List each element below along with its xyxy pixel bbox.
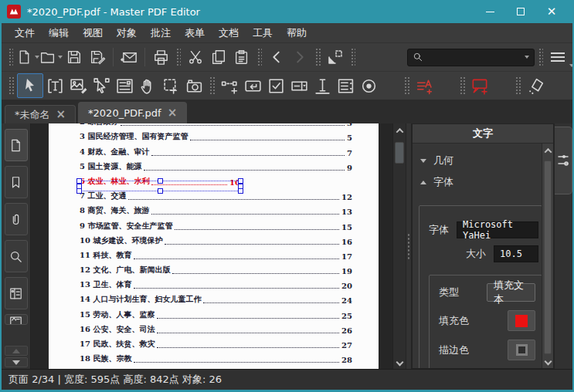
link-tool-button[interactable] [218,74,241,97]
toc-row[interactable]: 4 财政、金融、审计7 [49,144,379,159]
toc-row[interactable]: 3 国民经济管理、国有资产监管5 [49,130,379,144]
back-button[interactable] [265,46,288,69]
toolbar-grip[interactable] [538,47,543,67]
toc-row[interactable]: 14 人口与计划生育、妇女儿童工作24 [49,292,379,307]
toolbar-grip[interactable] [403,76,409,96]
open-file-button[interactable] [39,46,63,69]
snapshot-tool-button[interactable] [182,74,205,97]
document-tab[interactable]: *2020_PDF.pdf× [78,102,187,123]
cut-button[interactable] [184,46,207,69]
menu-item[interactable]: 文档 [212,24,246,42]
list-box-tool-button[interactable] [334,74,357,97]
combo-box-tool-button[interactable] [287,74,311,97]
search-input[interactable] [426,52,519,63]
doc-scroll-up-button[interactable] [393,124,406,137]
push-button-tool-button[interactable] [241,74,264,97]
document-scrollbar[interactable] [392,123,406,369]
panel-scrollbar[interactable] [542,144,553,368]
save-button[interactable] [63,46,86,69]
selection-handle[interactable] [158,188,163,194]
eraser-tool-button[interactable] [524,74,547,97]
toolbar-grip[interactable] [175,47,181,67]
menu-item[interactable]: 文件 [8,24,42,42]
tab-close-icon[interactable]: × [56,109,66,120]
transform-selection-button[interactable] [324,46,347,69]
hand-tool-button[interactable] [136,74,159,97]
section-geometry[interactable]: 几何 [420,153,453,168]
edit-image-tool-button[interactable] [66,74,90,97]
select-region-tool-button[interactable] [159,74,182,97]
close-button[interactable]: ✕ [536,1,567,22]
radio-button-tool-button[interactable] [357,74,380,97]
toolbar-grip[interactable] [314,47,320,67]
toolbar-grip[interactable] [459,76,465,96]
text-field-tool-button[interactable] [311,74,334,97]
pdf-page[interactable]: 2 综合政务33 国民经济管理、国有资产监管54 财政、金融、审计75 国土资源… [49,123,379,369]
toc-row[interactable]: 17 民政、扶贫、救灾27 [49,337,379,352]
menu-item[interactable]: 编辑 [42,24,76,42]
save-as-button[interactable] [86,46,109,69]
doc-scroll-down-button[interactable] [393,356,406,368]
menu-item[interactable]: 工具 [246,24,280,42]
fill-color-button[interactable] [508,310,535,331]
panel-splitter[interactable] [406,123,412,369]
panel-scroll-down-button[interactable] [542,355,553,367]
properties-rail-tab[interactable] [555,127,572,194]
toc-row[interactable]: 13 卫生、体育20 [49,278,379,292]
toc-row[interactable]: 8 商贸、海关、旅游13 [49,204,379,218]
search-panel-button[interactable] [5,240,28,272]
toc-row[interactable]: 5 国土资源、能源9 [49,160,379,174]
pages-panel-button[interactable] [5,129,28,161]
sidebar-scroll-up-button[interactable] [5,346,28,356]
menu-item[interactable]: 批注 [144,24,178,42]
toolbar-grip[interactable] [209,76,215,96]
edit-text-tool-button[interactable] [43,74,66,97]
add-text-annotation-button[interactable] [413,74,436,97]
bookmarks-panel-button[interactable] [5,166,28,198]
email-button[interactable] [117,46,141,69]
main-menu-button[interactable] [546,46,569,69]
checkbox-tool-button[interactable] [264,74,287,97]
tab-close-icon[interactable]: × [168,107,178,119]
paste-button[interactable] [230,46,253,69]
toc-row[interactable]: 9 市场监管、安全生产监管15 [49,218,379,233]
toolbar-grip[interactable] [8,76,14,96]
edit-path-tool-button[interactable] [90,74,113,97]
section-font[interactable]: 字体 [420,174,453,190]
print-button[interactable] [149,46,172,69]
toc-row[interactable]: 2 综合政务3 [49,123,379,130]
document-tab[interactable]: *未命名× [5,105,76,123]
forward-button[interactable] [288,46,311,69]
search-box[interactable] [407,49,535,66]
select-tool-button[interactable] [17,73,43,98]
stroke-color-button[interactable] [508,340,535,360]
toc-row[interactable]: 16 公安、安全、司法26 [49,323,379,337]
doc-scrollbar-thumb[interactable] [395,142,404,164]
toc-row[interactable]: 18 民族、宗教28 [49,352,379,367]
toc-row[interactable]: 12 文化、广电、新闻出版19 [49,263,379,278]
attachments-panel-button[interactable] [5,203,28,235]
menu-item[interactable]: 表单 [178,24,212,42]
selection-handle[interactable] [76,188,82,194]
font-size-input[interactable]: 10.5 [494,245,538,262]
selection-handle[interactable] [238,188,243,194]
toc-row[interactable]: 10 城乡建设、环境保护16 [49,234,379,248]
callout-tool-button[interactable] [468,74,491,97]
signature-panel-button[interactable] [5,314,28,325]
menu-item[interactable]: 帮助 [280,24,314,42]
edit-forms-tool-button[interactable] [113,74,136,97]
toolbar-grip[interactable] [350,47,355,67]
toc-row[interactable]: 11 科技、教育17 [49,248,379,263]
font-name-input[interactable]: Microsoft YaHei [457,221,538,238]
toc-row[interactable]: 15 劳动、人事、监察25 [49,307,379,322]
form-fields-panel-button[interactable] [5,277,28,309]
menu-item[interactable]: 对象 [110,24,144,42]
text-type-select[interactable]: 填充文本 [487,283,535,302]
new-document-button[interactable] [16,46,39,69]
toolbar-grip[interactable] [256,47,262,67]
copy-button[interactable] [207,46,230,69]
menu-item[interactable]: 视图 [76,24,110,42]
panel-scroll-up-button[interactable] [542,144,553,157]
selection-handle[interactable] [158,178,163,184]
maximize-button[interactable] [505,1,536,22]
